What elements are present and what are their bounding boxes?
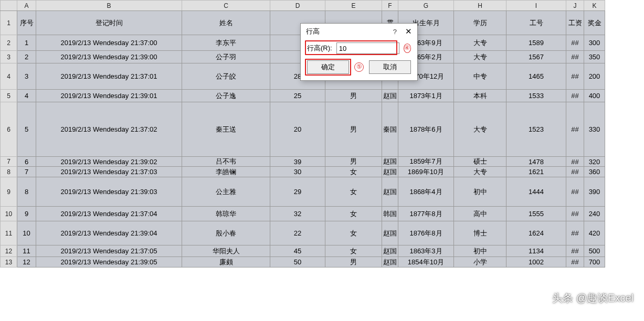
cell[interactable]: 10	[17, 221, 36, 245]
cell[interactable]: 2019/2/13 Wendesday 21:39:05	[36, 257, 182, 268]
cell[interactable]: 2019/2/13 Wendesday 21:39:02	[36, 157, 182, 167]
cell[interactable]: 2019/2/13 Wendesday 21:37:00	[36, 35, 182, 51]
row-header-1[interactable]: 1	[1, 11, 17, 35]
cell[interactable]: 700	[584, 257, 605, 268]
table-row[interactable]: 872019/2/13 Wendesday 21:37:03李皓镧30女赵国18…	[1, 167, 605, 177]
cell[interactable]: 20	[270, 102, 325, 157]
cell[interactable]: 5	[17, 102, 36, 157]
table-row[interactable]: 762019/2/13 Wendesday 21:39:02吕不韦39男赵国18…	[1, 157, 605, 167]
cell[interactable]: 初中	[454, 245, 506, 257]
col-header-G[interactable]: G	[398, 1, 454, 11]
col-header-B[interactable]: B	[36, 1, 182, 11]
cell[interactable]: 50	[270, 257, 325, 268]
cell[interactable]: 赵国	[382, 221, 398, 245]
col-header-D[interactable]: D	[270, 1, 325, 11]
cell[interactable]: 女	[325, 207, 382, 221]
cell[interactable]: 420	[584, 221, 605, 245]
cell[interactable]: 公子皎	[182, 63, 270, 90]
cell[interactable]: 1	[17, 35, 36, 51]
cell[interactable]: 1859年7月	[398, 157, 454, 167]
help-icon[interactable]: ?	[393, 28, 397, 36]
row-header[interactable]: 4	[1, 63, 17, 90]
cell[interactable]: 小学	[454, 257, 506, 268]
cell[interactable]: 李东平	[182, 35, 270, 51]
cell[interactable]: 男	[325, 90, 382, 102]
cell[interactable]: 赵国	[382, 177, 398, 207]
cell[interactable]: 初中	[454, 177, 506, 207]
cell[interactable]: 1478	[506, 157, 566, 167]
cell[interactable]: 2019/2/13 Wendesday 21:37:04	[36, 207, 182, 221]
cell[interactable]: 2019/2/13 Wendesday 21:39:04	[36, 221, 182, 245]
cell[interactable]: 8	[17, 177, 36, 207]
cell[interactable]: 2019/2/13 Wendesday 21:39:00	[36, 51, 182, 63]
col-header-H[interactable]: H	[454, 1, 506, 11]
row-header[interactable]: 13	[1, 257, 17, 268]
table-row[interactable]: 652019/2/13 Wendesday 21:37:02秦王送20男秦国18…	[1, 102, 605, 157]
cell[interactable]: 29	[270, 177, 325, 207]
cell[interactable]: 22	[270, 221, 325, 245]
cell[interactable]: 吕不韦	[182, 157, 270, 167]
cell[interactable]: 殷小春	[182, 221, 270, 245]
header-cell[interactable]: 奖金	[584, 11, 605, 35]
cell[interactable]: ##	[566, 177, 584, 207]
cell[interactable]: 39	[270, 157, 325, 167]
row-header[interactable]: 11	[1, 221, 17, 245]
row-header[interactable]: 7	[1, 157, 17, 167]
row-header[interactable]: 12	[1, 245, 17, 257]
cell[interactable]: 2019/2/13 Wendesday 21:39:01	[36, 90, 182, 102]
ok-button[interactable]: 确定	[307, 60, 349, 74]
cell[interactable]: 1523	[506, 102, 566, 157]
cell[interactable]: 秦国	[382, 102, 398, 157]
cell[interactable]: 2019/2/13 Wendesday 21:39:03	[36, 177, 182, 207]
cell[interactable]: 6	[17, 157, 36, 167]
table-row[interactable]: 542019/2/13 Wendesday 21:39:01公子逸25男赵国18…	[1, 90, 605, 102]
col-header-F[interactable]: F	[382, 1, 398, 11]
table-row[interactable]: 13122019/2/13 Wendesday 21:39:05廉颇50男赵国1…	[1, 257, 605, 268]
cell[interactable]: 4	[17, 90, 36, 102]
cell[interactable]: 11	[17, 245, 36, 257]
cell[interactable]: 1877年8月	[398, 207, 454, 221]
row-header[interactable]: 8	[1, 167, 17, 177]
cell[interactable]: 1624	[506, 221, 566, 245]
col-header-J[interactable]: J	[566, 1, 584, 11]
cell[interactable]: 1873年1月	[398, 90, 454, 102]
cell[interactable]: 32	[270, 207, 325, 221]
cell[interactable]: 1002	[506, 257, 566, 268]
header-cell[interactable]: 登记时间	[36, 11, 182, 35]
cell[interactable]: 1868年4月	[398, 177, 454, 207]
cell[interactable]: 秦王送	[182, 102, 270, 157]
cell[interactable]: 女	[325, 221, 382, 245]
cell[interactable]: 500	[584, 245, 605, 257]
table-row[interactable]: 11102019/2/13 Wendesday 21:39:04殷小春22女赵国…	[1, 221, 605, 245]
cell[interactable]: 赵国	[382, 90, 398, 102]
cell[interactable]: 400	[584, 90, 605, 102]
col-header-C[interactable]: C	[182, 1, 270, 11]
cell[interactable]: 9	[17, 207, 36, 221]
header-cell[interactable]: 学历	[454, 11, 506, 35]
cell[interactable]: 25	[270, 90, 325, 102]
row-header[interactable]: 9	[1, 177, 17, 207]
cell[interactable]: 30	[270, 167, 325, 177]
cell[interactable]: 韩国	[382, 207, 398, 221]
cell[interactable]: 2	[17, 51, 36, 63]
cell[interactable]: 2019/2/13 Wendesday 21:37:05	[36, 245, 182, 257]
cell[interactable]: ##	[566, 257, 584, 268]
cell[interactable]: 高中	[454, 207, 506, 221]
cell[interactable]: 大专	[454, 167, 506, 177]
row-header[interactable]: 5	[1, 90, 17, 102]
cell[interactable]: 1134	[506, 245, 566, 257]
cell[interactable]: 7	[17, 167, 36, 177]
cell[interactable]: 中专	[454, 63, 506, 90]
cell[interactable]: 大专	[454, 51, 506, 63]
cell[interactable]: 2019/2/13 Wendesday 21:37:02	[36, 102, 182, 157]
cell[interactable]: 赵国	[382, 167, 398, 177]
cell[interactable]: 1465	[506, 63, 566, 90]
cell[interactable]: 1589	[506, 35, 566, 51]
row-height-input[interactable]	[336, 42, 399, 54]
close-icon[interactable]: ✕	[405, 27, 412, 36]
cell[interactable]: 1444	[506, 177, 566, 207]
cell[interactable]: 男	[325, 257, 382, 268]
cell[interactable]: ##	[566, 167, 584, 177]
dialog-titlebar[interactable]: 行高 ? ✕	[301, 24, 417, 38]
cell[interactable]: 男	[325, 102, 382, 157]
